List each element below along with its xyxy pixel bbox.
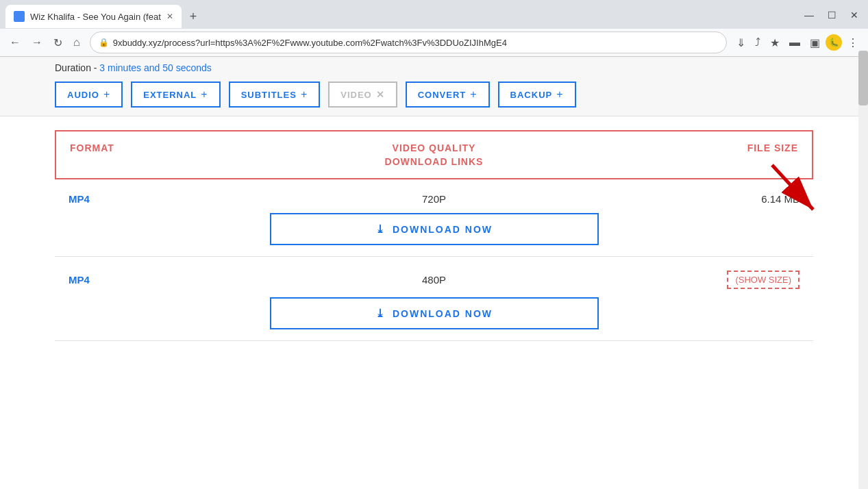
download-row-480p: MP4 480P (SHOW SIZE) ⤓ DOWNLOAD NOW — [55, 257, 813, 341]
convert-plus-icon: + — [470, 88, 477, 101]
download-btn-container-480p: ⤓ DOWNLOAD NOW — [69, 297, 799, 329]
window-controls: — ☐ ✕ — [800, 8, 863, 22]
external-label: EXTERNAL — [143, 90, 197, 100]
download-button-480p[interactable]: ⤓ DOWNLOAD NOW — [270, 297, 599, 329]
title-bar: Wiz Khalifa - See You Again (feat ✕ + — … — [0, 0, 868, 29]
split-screen-icon[interactable]: ▣ — [806, 34, 824, 52]
audio-tab-button[interactable]: AUDIO + — [55, 82, 123, 108]
duration-label: Duration - — [55, 62, 97, 73]
video-label: VIDEO — [340, 90, 371, 100]
main-content: FORMAT VIDEO QUALITY DOWNLOAD LINKS FILE… — [0, 116, 868, 355]
subtitles-label: SUBTITLES — [241, 90, 297, 100]
row-size-720p: 6.14 MB — [617, 193, 799, 205]
user-avatar[interactable]: 🐛 — [826, 34, 842, 51]
download-arrow-icon-480p: ⤓ — [375, 307, 386, 320]
home-button[interactable]: ⌂ — [69, 34, 84, 51]
row-format-720p: MP4 — [69, 193, 251, 205]
col-download-header: DOWNLOAD LINKS — [385, 156, 484, 167]
table-header: FORMAT VIDEO QUALITY DOWNLOAD LINKS FILE… — [55, 130, 813, 179]
download-btn-container-720p: ⤓ DOWNLOAD NOW — [69, 213, 799, 245]
duration-value[interactable]: 3 minutes and 50 seconds — [99, 62, 211, 73]
external-tab-button[interactable]: EXTERNAL + — [131, 82, 220, 108]
download-row-720p: MP4 720P 6.14 MB ⤓ DOWNLOAD NOW — [55, 179, 813, 257]
share-icon[interactable]: ⤴ — [751, 34, 765, 51]
backup-tab-button[interactable]: BACKUP + — [498, 82, 576, 108]
scrollbar-thumb[interactable] — [858, 51, 868, 105]
duration-line: Duration - 3 minutes and 50 seconds — [55, 62, 813, 73]
extensions-icon[interactable]: ▬ — [785, 34, 804, 51]
video-tab-button[interactable]: VIDEO ✕ — [328, 82, 397, 108]
backup-plus-icon: + — [556, 88, 563, 101]
tab-bar: Wiz Khalifa - See You Again (feat ✕ + — [5, 4, 202, 29]
col-size-header: FILE SIZE — [616, 142, 798, 167]
tab-title: Wiz Khalifa - See You Again (feat — [30, 12, 161, 22]
convert-label: CONVERT — [418, 90, 467, 100]
nav-actions: ⇓ ⤴ ★ ▬ ▣ 🐛 ⋮ — [732, 34, 863, 52]
bookmark-icon[interactable]: ★ — [766, 34, 784, 52]
new-tab-button[interactable]: + — [184, 7, 203, 27]
col-format-header: FORMAT — [70, 142, 252, 167]
audio-label: AUDIO — [67, 90, 99, 100]
row-quality-720p: 720P — [251, 193, 617, 205]
backup-label: BACKUP — [510, 90, 553, 100]
close-button[interactable]: ✕ — [846, 8, 863, 22]
row-info-480p: MP4 480P (SHOW SIZE) — [69, 271, 799, 289]
menu-icon[interactable]: ⋮ — [843, 34, 863, 52]
address-bar[interactable]: 🔒 9xbuddy.xyz/process?url=https%3A%2F%2F… — [90, 32, 727, 53]
audio-plus-icon: + — [103, 88, 110, 101]
row-size-480p: (SHOW SIZE) — [617, 271, 799, 289]
subtitles-tab-button[interactable]: SUBTITLES + — [229, 82, 321, 108]
tab-buttons: AUDIO + EXTERNAL + SUBTITLES + VIDEO ✕ C… — [55, 82, 813, 108]
page-content: Duration - 3 minutes and 50 seconds AUDI… — [0, 57, 868, 489]
video-close-icon: ✕ — [376, 89, 385, 100]
refresh-button[interactable]: ↻ — [49, 34, 66, 52]
external-plus-icon: + — [201, 88, 208, 101]
minimize-button[interactable]: — — [800, 8, 818, 22]
browser-chrome: Wiz Khalifa - See You Again (feat ✕ + — … — [0, 0, 868, 57]
forward-button[interactable]: → — [27, 34, 47, 51]
convert-tab-button[interactable]: CONVERT + — [406, 82, 490, 108]
col-quality-header: VIDEO QUALITY — [393, 142, 476, 153]
back-button[interactable]: ← — [5, 34, 25, 51]
show-size-button[interactable]: (SHOW SIZE) — [727, 271, 799, 289]
row-info-720p: MP4 720P 6.14 MB — [69, 193, 799, 205]
tab-favicon — [14, 11, 25, 22]
row-quality-480p: 480P — [251, 274, 617, 286]
scrollbar-track[interactable] — [858, 51, 868, 489]
download-label-720p: DOWNLOAD NOW — [393, 224, 493, 235]
top-section: Duration - 3 minutes and 50 seconds AUDI… — [0, 57, 868, 116]
tab-close-icon[interactable]: ✕ — [166, 12, 173, 21]
nav-bar: ← → ↻ ⌂ 🔒 9xbuddy.xyz/process?url=https%… — [0, 29, 868, 57]
download-page-icon[interactable]: ⇓ — [732, 34, 749, 52]
maximize-button[interactable]: ☐ — [823, 8, 841, 22]
lock-icon: 🔒 — [99, 38, 109, 47]
download-label-480p: DOWNLOAD NOW — [393, 308, 493, 319]
url-text: 9xbuddy.xyz/process?url=https%3A%2F%2Fww… — [113, 38, 718, 48]
active-tab[interactable]: Wiz Khalifa - See You Again (feat ✕ — [5, 5, 182, 28]
download-button-720p[interactable]: ⤓ DOWNLOAD NOW — [270, 213, 599, 245]
download-arrow-icon: ⤓ — [375, 223, 386, 236]
subtitles-plus-icon: + — [301, 88, 308, 101]
row-format-480p: MP4 — [69, 274, 251, 286]
col-quality-group: VIDEO QUALITY DOWNLOAD LINKS — [252, 142, 617, 167]
